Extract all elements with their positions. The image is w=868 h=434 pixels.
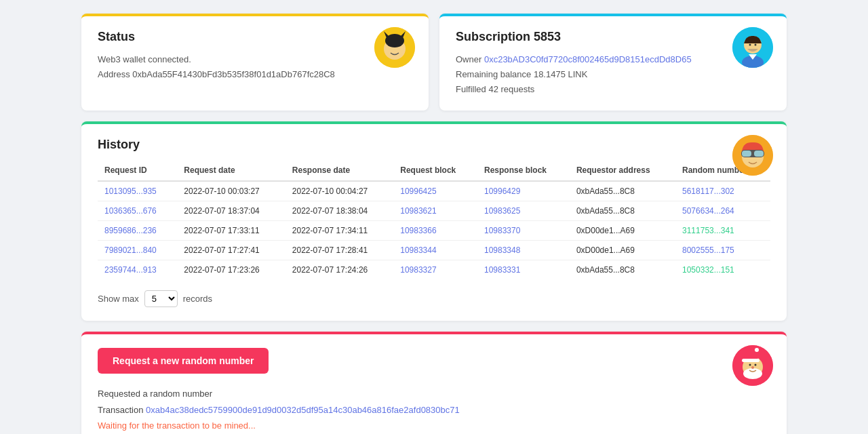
table-cell: 2022-07-10 00:03:27 (177, 181, 285, 201)
svg-point-21 (743, 368, 762, 379)
table-cell: 10983348 (477, 241, 570, 260)
col-request-id: Request ID (98, 160, 177, 181)
owner-address-link[interactable]: 0xc23bAD3C0fd7720c8f002465d9D8151ecdDd8D… (484, 54, 692, 64)
svg-point-22 (749, 364, 751, 366)
table-cell: 2359744...913 (98, 260, 177, 280)
table-cell: 10996429 (477, 181, 570, 201)
table-cell: 10983370 (477, 221, 570, 241)
table-cell: 10983366 (393, 221, 477, 241)
table-row: 7989021...8402022-07-07 17:27:412022-07-… (98, 241, 770, 260)
history-table-header: Request ID Request date Response date Re… (98, 160, 770, 181)
table-cell: 8002555...175 (675, 241, 770, 260)
table-cell: 8959686...236 (98, 221, 177, 241)
log-line2-prefix: Transaction (98, 405, 146, 415)
subscription-balance: Remaining balance 18.1475 LINK (456, 67, 770, 82)
table-cell: 0xD00de1...A69 (570, 221, 675, 241)
subscription-owner: Owner 0xc23bAD3C0fd7720c8f002465d9D8151e… (456, 52, 770, 67)
svg-point-23 (755, 364, 757, 366)
table-cell: 0xD00de1...A69 (570, 241, 675, 260)
col-requestor-address: Requestor address (570, 160, 675, 181)
user-svg (732, 27, 773, 68)
avatar-user (732, 27, 773, 68)
svg-rect-19 (742, 359, 760, 362)
svg-point-5 (388, 43, 393, 47)
log-line2: Transaction 0xab4ac38dedc5759900de91d9d0… (98, 402, 770, 418)
table-cell: 5076634...264 (675, 201, 770, 221)
table-cell: 2022-07-07 17:28:41 (285, 241, 393, 260)
log-tx-hash[interactable]: 0xab4ac38dedc5759900de91d9d0032d5df95a14… (146, 405, 460, 415)
table-cell: 0xbAda55...8C8 (570, 260, 675, 280)
table-row: 8959686...2362022-07-07 17:33:112022-07-… (98, 221, 770, 241)
table-row: 2359744...9132022-07-07 17:23:262022-07-… (98, 260, 770, 280)
table-cell: 0xbAda55...8C8 (570, 181, 675, 201)
table-cell: 2022-07-07 18:37:04 (177, 201, 285, 221)
table-cell: 0xbAda55...8C8 (570, 201, 675, 221)
table-cell: 1013095...935 (98, 181, 177, 201)
history-card: History Request ID Request date (81, 121, 787, 321)
page-container: Status Web3 wallet connected. Address 0x… (81, 14, 787, 434)
table-cell: 10983331 (477, 260, 570, 280)
request-button[interactable]: Request a new random number (98, 348, 269, 374)
table-cell: 2022-07-07 17:24:26 (285, 260, 393, 280)
table-cell: 1036365...676 (98, 201, 177, 221)
goggles-svg (732, 135, 773, 176)
show-max-label: Show max (98, 294, 139, 304)
history-title: History (98, 138, 770, 152)
status-body: Web3 wallet connected. Address 0xbAda55F… (98, 52, 412, 82)
table-cell: 10996425 (393, 181, 477, 201)
table-cell: 2022-07-07 18:38:04 (285, 201, 393, 221)
records-select[interactable]: 5 10 20 50 (144, 290, 178, 307)
table-cell: 7989021...840 (98, 241, 177, 260)
subscription-fulfilled: Fulfilled 42 requests (456, 82, 770, 97)
request-log: Requested a random number Transaction 0x… (98, 386, 770, 434)
table-cell: 10983621 (393, 201, 477, 221)
table-cell: 2022-07-07 17:34:11 (285, 221, 393, 241)
table-cell: 5618117...302 (675, 181, 770, 201)
table-cell: 2022-07-07 17:27:41 (177, 241, 285, 260)
status-line2: Address 0xbAda55F41430bFd3b535f38f01d1aD… (98, 67, 412, 82)
table-cell: 3111753...341 (675, 221, 770, 241)
status-line1: Web3 wallet connected. (98, 52, 412, 67)
table-row: 1036365...6762022-07-07 18:37:042022-07-… (98, 201, 770, 221)
col-response-date: Response date (285, 160, 393, 181)
table-cell: 10983625 (477, 201, 570, 221)
svg-point-6 (396, 43, 401, 47)
table-row: 1013095...9352022-07-10 00:03:272022-07-… (98, 181, 770, 201)
show-max-row: Show max 5 10 20 50 records (98, 290, 770, 307)
history-table: Request ID Request date Response date Re… (98, 160, 770, 279)
request-card: Request a new random number Requested a … (81, 332, 787, 434)
status-title: Status (98, 30, 412, 44)
svg-point-20 (755, 348, 759, 352)
table-cell: 2022-07-10 00:04:27 (285, 181, 393, 201)
table-cell: 10983327 (393, 260, 477, 280)
status-card: Status Web3 wallet connected. Address 0x… (81, 14, 429, 111)
avatar-santa (732, 345, 773, 386)
avatar-goggles (732, 135, 773, 176)
table-cell: 1050332...151 (675, 260, 770, 280)
records-label: records (183, 294, 212, 304)
col-request-date: Request date (177, 160, 285, 181)
table-cell: 2022-07-07 17:33:11 (177, 221, 285, 241)
batman-svg (374, 27, 415, 68)
svg-rect-15 (742, 151, 751, 157)
col-request-block: Request block (393, 160, 477, 181)
top-row: Status Web3 wallet connected. Address 0x… (81, 14, 787, 111)
svg-point-9 (749, 44, 751, 46)
table-cell: 10983344 (393, 241, 477, 260)
svg-point-10 (755, 44, 757, 46)
avatar-batman (374, 27, 415, 68)
subscription-body: Owner 0xc23bAD3C0fd7720c8f002465d9D8151e… (456, 52, 770, 97)
col-response-block: Response block (477, 160, 570, 181)
table-cell: 2022-07-07 17:23:26 (177, 260, 285, 280)
log-line3: Waiting for the transaction to be mined.… (98, 418, 770, 433)
log-line1: Requested a random number (98, 386, 770, 401)
subscription-card: Subscription 5853 Owner 0xc23bAD3C0fd772… (439, 14, 787, 111)
santa-svg (732, 345, 773, 386)
svg-rect-16 (754, 151, 764, 157)
svg-point-24 (751, 366, 754, 369)
log-section-1: Requested a random number Transaction 0x… (98, 386, 770, 433)
subscription-title: Subscription 5853 (456, 30, 770, 44)
